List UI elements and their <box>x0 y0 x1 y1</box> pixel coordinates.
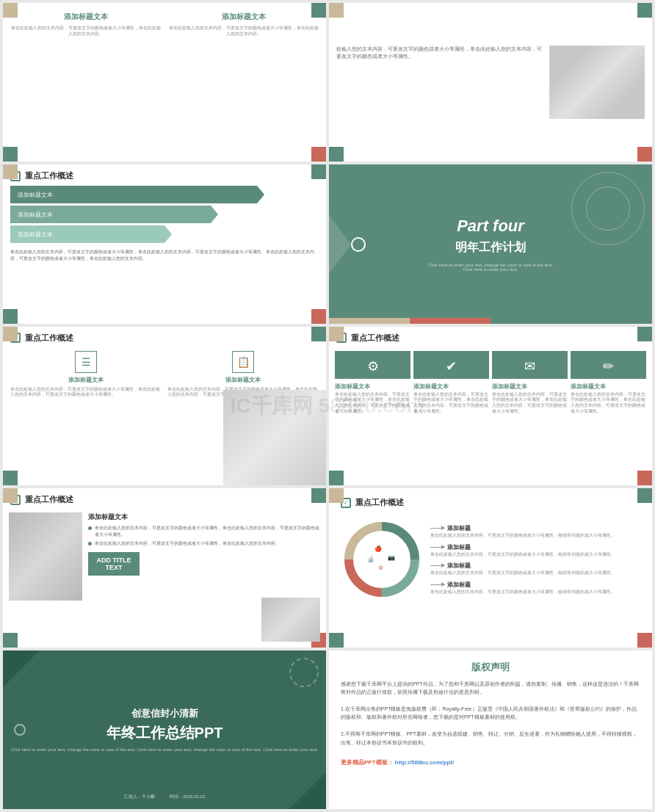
s8-title: 重点工作概述 <box>355 497 404 508</box>
s7-corner-tl <box>3 488 18 503</box>
s8-header: 重点工作概述 <box>333 491 648 512</box>
s8-label-4: 添加标题 单击此处输入您的文本内容，可更改文字的颜色或者大小等属性，粗细等功能的… <box>430 581 643 595</box>
s9-stamp <box>289 658 319 687</box>
s2-text: 处输入您的文本内容，可更改文字的颜色或者大小等属性，单击此处输入您的文本内容，可… <box>336 46 542 119</box>
arrows-area: 添加标题文本 添加标题文本 添加标题文本 <box>3 186 326 243</box>
s8-label-1: 添加标题 单击此处输入您的文本内容，可更改文字的颜色或者大小等属性，粗细等功能的… <box>430 524 643 539</box>
s7-bullet-text-2: 单击此处输入您的文本内容，可更改文字的颜色或者大小等属性，单击此处输入您的文本内… <box>95 540 280 546</box>
arrow-sm: 添加标题文本 <box>10 225 164 243</box>
s8-arrow-4: 添加标题 <box>430 581 643 589</box>
col2-title: 添加标题文本 <box>222 12 266 22</box>
s5-header: 重点工作概述 <box>3 327 326 348</box>
s5-icon-symbol-1: ☰ <box>82 356 91 368</box>
s9-title-cn: 年终工作总结PPT <box>106 723 223 743</box>
s5-icon-title-1: 添加标题文本 <box>68 376 104 384</box>
svg-text:🍎: 🍎 <box>374 545 382 552</box>
s6-cd-2: 单击此处输入您的文本内容，可更改文字的颜色或者大小等属性，单击此处输入您的文本内… <box>413 392 489 415</box>
s5-icon-symbol-2: 📋 <box>237 356 250 368</box>
s2-corner-br <box>637 147 652 162</box>
s5-photo <box>223 390 326 485</box>
arrow-md: 添加标题文本 <box>10 206 211 223</box>
s4-part-cn: 明年工作计划 <box>455 240 526 255</box>
col1-title: 添加标题文本 <box>64 12 108 22</box>
s2-corner-tl <box>329 3 344 18</box>
s8-corner-bl <box>329 633 344 648</box>
content-row: 添加标题文本 单击此处输入您的文本内容，可更改文字的颜色或者大小等属性，单击此处… <box>10 12 319 154</box>
s8-arrow-1: 添加标题 <box>430 524 643 532</box>
slide-10: 版权声明 感谢您下载千库网平台上提供的PPT作品，为了您和千库网以及原创作者的利… <box>329 650 652 809</box>
s5-corner-tl <box>3 327 18 341</box>
slide-5: 重点工作概述 ☰ 添加标题文本 单击此处输入您的文本内容，可更改文字的颜色或者大… <box>3 327 326 485</box>
s8-arr-3 <box>430 565 445 566</box>
s5-icon-1: ☰ <box>75 351 97 373</box>
s7-photo-small <box>261 598 320 642</box>
s8-arr-4 <box>430 584 445 585</box>
s9-tri-tl <box>3 650 40 687</box>
slide-2: 处输入您的文本内容，可更改文字的颜色或者大小等属性，单击此处输入您的文本内容，可… <box>329 3 652 162</box>
s5-icon-2: 📋 <box>232 351 254 373</box>
s8-side-labels: 添加标题 单击此处输入您的文本内容，可更改文字的颜色或者大小等属性，粗细等功能的… <box>430 515 643 603</box>
s6-card-4: ✏ <box>571 351 646 379</box>
s5-corner-tr <box>311 327 326 341</box>
s6-card2-icon: ✔ <box>446 358 457 374</box>
svg-text:🔬: 🔬 <box>367 555 374 562</box>
cr-link-url[interactable]: http://588ku.com/ppt/ <box>395 759 454 766</box>
s6-title: 重点工作概述 <box>351 333 399 344</box>
s3-header: 重点工作概述 <box>3 164 326 186</box>
svg-text:📷: 📷 <box>388 554 395 561</box>
s3-corner-bl <box>3 309 18 324</box>
s6-ct-1: 添加标题文本 <box>335 383 410 391</box>
s6-card4-icon: ✏ <box>603 358 614 374</box>
s7-bullet-2: 单击此处输入您的文本内容，可更改文字的颜色或者大小等属性，单击此处输入您的文本内… <box>88 540 320 546</box>
s7-bullet-text-1: 单击此处输入您的文本内容，可更改文字的颜色或者大小等属性，单击此处输入您的文本内… <box>95 525 320 537</box>
s7-main: 添加标题文本 单击此处输入您的文本内容，可更改文字的颜色或者大小等属性，单击此处… <box>3 510 326 606</box>
arrow-sm-label: 添加标题文本 <box>18 231 53 239</box>
s6-card-text-2: 添加标题文本 单击此处输入您的文本内容，可更改文字的颜色或者大小等属性，单击此处… <box>413 383 489 415</box>
s8-arr-2 <box>430 547 445 548</box>
s7-header: 重点工作概述 <box>3 488 326 510</box>
s8-ldesc-3: 单击此处输入您的文本内容，可更改文字的颜色或者大小等属性，粗细等功能的成大小等属… <box>430 570 643 576</box>
corner-deco-tl <box>3 3 18 18</box>
s3-description: 单击此处输入您的文本内容，可更改文字的颜色或者大小等属性，单击此处输入您的文本内… <box>3 243 326 268</box>
slide-4: Part four 明年工作计划 Click here to enter you… <box>329 164 652 323</box>
slide-7: 重点工作概述 添加标题文本 单击此处输入您的文本内容，可更改文字的颜色或者大小等… <box>3 488 326 647</box>
s3-corner-tr <box>311 164 326 179</box>
s8-ldesc-2: 单击此处输入您的文本内容，可更改文字的颜色或者大小等属性，粗细等功能的成大小等属… <box>430 552 643 558</box>
slide-3: 重点工作概述 添加标题文本 添加标题文本 添加标题文本 单击此处输入您的文本内容… <box>3 164 326 323</box>
s4-white-circle <box>351 237 366 252</box>
s2-image <box>549 46 645 119</box>
s7-dot-2 <box>88 542 92 545</box>
s6-card-2: ✔ <box>413 351 489 379</box>
s7-right-content: 添加标题文本 单击此处输入您的文本内容，可更改文字的颜色或者大小等属性，单击此处… <box>88 512 320 601</box>
s8-arr-1 <box>430 528 445 529</box>
s7-dot-1 <box>88 526 92 530</box>
s9-title-en: 创意信封小清新 <box>131 707 198 720</box>
s8-lbl-3: 添加标题 <box>447 562 471 570</box>
col1-desc: 单击此处输入您的文本内容，可更改文字的颜色或者大小等属性，单击此处输入您的文本内… <box>10 25 161 37</box>
arrow-md-label: 添加标题文本 <box>18 211 53 219</box>
s3-corner-tl <box>3 164 18 179</box>
slide-8: 重点工作概述 🍎 📷 ⚙ 🔬 添加标题 <box>329 488 652 647</box>
col2-desc: 单击此处输入您的文本内容，可更改文字的颜色或者大小等属性，单击此处输入您的文本内… <box>168 25 319 37</box>
s6-ct-3: 添加标题文本 <box>492 383 568 391</box>
cr-item2: 2.不得将千库网的PPT模板、PPT素材，改变为自选组建、销售、转让、分销、反生… <box>341 730 640 746</box>
s4-part-en: Part four <box>457 217 524 236</box>
s6-card-text-3: 添加标题文本 单击此处输入您的文本内容，可更改文字的颜色或者大小等属性，单击此处… <box>492 383 568 415</box>
s5-icon-desc-1: 单击此处输入您的文本内容，可更改文字的颜色或者大小等属性，单击此处输入您的文本内… <box>10 387 162 398</box>
cr-text: 感谢您下载千库网平台上提供的PPT作品，为了您和千库网以及原创作者的利益，请勿复… <box>341 680 640 696</box>
s6-card3-icon: ✉ <box>524 358 535 374</box>
s3-title: 重点工作概述 <box>25 170 73 181</box>
s6-corner-tl <box>329 327 344 341</box>
s4-part-sub2: Click here to enter your text. <box>463 267 518 272</box>
s4-arrow-left <box>329 215 351 274</box>
s5-icon-col-1: ☰ 添加标题文本 单击此处输入您的文本内容，可更改文字的颜色或者大小等属性，单击… <box>10 351 162 398</box>
slide-1: 添加标题文本 单击此处输入您的文本内容，可更改文字的颜色或者大小等属性，单击此处… <box>3 3 326 162</box>
s6-card-text-4: 添加标题文本 单击此处输入您的文本内容，可更改文字的颜色或者大小等属性，单击此处… <box>571 383 646 415</box>
s6-cd-3: 单击此处输入您的文本内容，可更改文字的颜色或者大小等属性，单击此处输入您的文本内… <box>492 392 568 415</box>
col-2: 添加标题文本 单击此处输入您的文本内容，可更改文字的颜色或者大小等属性，单击此处… <box>168 12 319 154</box>
col-1: 添加标题文本 单击此处输入您的文本内容，可更改文字的颜色或者大小等属性，单击此处… <box>10 12 161 154</box>
arrow-row-1: 添加标题文本 <box>10 186 319 203</box>
s2-inner: 处输入您的文本内容，可更改文字的颜色或者大小等属性，单击此处输入您的文本内容，可… <box>336 46 645 119</box>
s9-sub: Click here to enter your text, change th… <box>11 747 319 752</box>
s6-corner-tr <box>637 327 652 341</box>
